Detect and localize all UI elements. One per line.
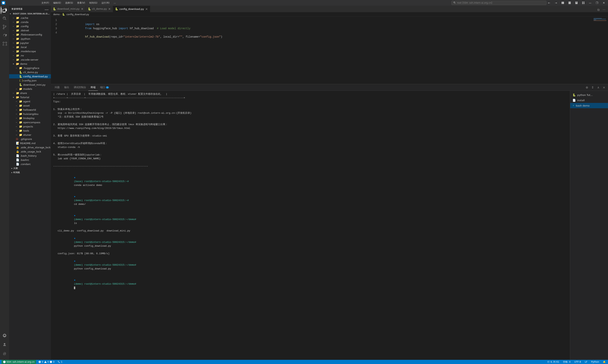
tab-download-mini[interactable]: 🐍 download_mini.py ×	[51, 6, 86, 12]
layout-1-btn[interactable]	[560, 1, 566, 5]
sidebar-item-dotnet[interactable]: ›📁.dotnet	[9, 28, 51, 32]
panel-tab-terminal[interactable]: 终端	[88, 84, 98, 91]
menu-run[interactable]: 运行(R)	[100, 1, 111, 5]
sidebar-item-config[interactable]: ›📁.config	[9, 24, 51, 28]
ssh-status[interactable]: SSH: ssh.intern-ai.org.cn	[1, 360, 36, 364]
sidebar-item-models[interactable]: ›📁models	[9, 87, 51, 91]
menu-view[interactable]: 查看(V)	[75, 1, 87, 5]
sidebar-item-xtuner[interactable]: ›📁xtuner	[9, 133, 51, 137]
sidebar-item-agent[interactable]: ›📁agent	[9, 99, 51, 104]
run-debug-icon[interactable]	[1, 32, 8, 39]
explorer-icon[interactable]	[1, 6, 8, 14]
new-terminal-btn[interactable]: ⊕	[584, 85, 589, 90]
tab-cli-demo[interactable]: 🐍 cli_demo.py ×	[86, 6, 113, 12]
terminal-instance-install[interactable]: 📄 install	[570, 98, 608, 103]
maximize-panel-btn[interactable]: ∧	[596, 85, 601, 90]
terminal-instance-bash-demo[interactable]: ⚡ bash demo	[570, 103, 608, 108]
sidebar-root[interactable]: ▾ ROOT [SSH: SSH.INTERN-AI.ORG...	[9, 12, 51, 16]
spaces-status[interactable]: 空格: 4	[562, 360, 571, 364]
sidebar-item-projects[interactable]: ›📁projects	[9, 124, 51, 129]
split-terminal-btn[interactable]: ⇕	[590, 85, 595, 90]
notifications-status[interactable]: 🔔	[602, 360, 607, 364]
sidebar-item-condarc[interactable]: 📄.condarc	[9, 162, 51, 166]
tab-close-config-download[interactable]: ×	[145, 7, 148, 11]
sidebar-item-local[interactable]: ›📁.local	[9, 45, 51, 49]
nav-back-btn[interactable]: ←	[546, 1, 552, 5]
sidebar-item-opencompass[interactable]: ›📁opencompass	[9, 120, 51, 124]
titlebar-search[interactable]: root [SSH: ssh.intern-ai.org.cn]	[451, 1, 546, 5]
settings-activity-icon[interactable]	[1, 350, 8, 358]
sidebar-item-huggingface[interactable]: ›📁.huggingface	[9, 66, 51, 70]
sidebar-item-lmdeploy[interactable]: ›📁lmdeploy	[9, 116, 51, 120]
sidebar-item-asset[interactable]: ›📁asset	[9, 104, 51, 108]
sidebar-item-conda[interactable]: ›📁.conda	[9, 20, 51, 24]
sidebar-outline-section[interactable]: ▸ 大纲	[9, 166, 51, 170]
sidebar-item-cli-demo[interactable]: 🐍cli_demo.py	[9, 70, 51, 74]
sidebar-item-bashrc[interactable]: 📄.bashrc	[9, 158, 51, 162]
errors-status[interactable]: 0 0 0	[38, 360, 55, 364]
branch-status[interactable]: 1	[57, 360, 63, 364]
sidebar-item-jupyter[interactable]: ›📁jupyter	[9, 41, 51, 45]
nav-forward-btn[interactable]: →	[553, 1, 559, 5]
close-btn[interactable]: ✕	[601, 1, 607, 5]
sidebar-item-share[interactable]: ›📁share⤴	[9, 91, 51, 95]
sidebar-item-config-json[interactable]: { }config.json	[9, 78, 51, 83]
sidebar-item-bash-history[interactable]: 📄.bash_history	[9, 154, 51, 158]
extensions-activity-icon[interactable]	[1, 40, 8, 48]
sidebar-item-helloworld[interactable]: ›📁helloworld	[9, 108, 51, 112]
line-ending-status[interactable]: LF	[584, 360, 588, 364]
accounts-activity-icon[interactable]	[1, 341, 8, 349]
sidebar-item-config-download[interactable]: 🐍config_download.py	[9, 74, 51, 78]
panel-tab-ports[interactable]: 端口 1	[98, 84, 111, 91]
menu-file[interactable]: 文件(F)	[40, 1, 51, 5]
menu-goto[interactable]: 转到(G)	[87, 1, 99, 5]
code-editor[interactable]: 1 2 3 4 import os from huggingface_hub i…	[51, 16, 608, 84]
menu-edit[interactable]: 编辑(E)	[51, 1, 63, 5]
code-content[interactable]: import os from huggingface_hub import hf…	[60, 16, 593, 84]
sidebar-item-gitignore[interactable]: ⊡.gitignore	[9, 137, 51, 141]
panel-tab-output[interactable]: 输出	[62, 84, 71, 91]
sidebar-timeline-section[interactable]: ▸ 时间线	[9, 170, 51, 174]
sidebar-item-cache[interactable]: ›📁.cache	[9, 16, 51, 20]
menu-more[interactable]: ...	[112, 1, 118, 5]
sidebar-item-readme[interactable]: 📝README.md	[9, 141, 51, 145]
cursor-position[interactable]: 行 4, 列 61	[547, 360, 560, 364]
search-activity-icon[interactable]	[1, 15, 8, 22]
sidebar-item-download-mini[interactable]: 🐍download_mini.py	[9, 83, 51, 87]
minimize-btn[interactable]: —	[587, 1, 593, 5]
sidebar-item-modelscope[interactable]: ›📁.modelscope	[9, 49, 51, 53]
layout-3-btn[interactable]	[574, 1, 579, 5]
sidebar-more-icon[interactable]: ...	[45, 7, 49, 11]
sidebar-item-vscode-server[interactable]: ›📁.vscode-server	[9, 58, 51, 62]
tab-close-download-mini[interactable]: ×	[81, 7, 84, 11]
sidebar-item-nv[interactable]: ›📁.nv	[9, 53, 51, 58]
source-control-activity-icon[interactable]	[1, 23, 8, 31]
sidebar-item-demo[interactable]: ▾📂demo	[9, 62, 51, 66]
close-panel-btn[interactable]: ×	[602, 85, 607, 90]
tab-close-cli-demo[interactable]: ×	[108, 7, 111, 11]
panel-tab-debug[interactable]: 调试控制台	[71, 84, 88, 91]
sidebar-item-ipython[interactable]: ›📁.ipython	[9, 37, 51, 41]
layout-4-btn[interactable]	[581, 1, 586, 5]
breadcrumb-demo[interactable]: demo	[53, 13, 60, 16]
language-status[interactable]: Python	[590, 360, 600, 364]
more-actions-btn[interactable]: ···	[602, 7, 607, 12]
sidebar-item-tutorial[interactable]: ▾📂Tutorial	[9, 95, 51, 99]
terminal-instance-python[interactable]: 🐍 python Tut...	[570, 92, 608, 98]
sidebar-item-aide-usage[interactable]: 🔒.aide_usage_lock	[9, 149, 51, 154]
remote-explorer-activity-icon[interactable]	[1, 332, 8, 339]
breadcrumb-file[interactable]: 🐍 config_download.py	[62, 13, 89, 16]
split-editor-btn[interactable]: ⧉	[596, 7, 601, 12]
encoding-status[interactable]: UTF-8	[574, 360, 582, 364]
sidebar-item-filebrowserconfig[interactable]: ›📁.filebrowserconfig	[9, 32, 51, 37]
sidebar-item-tools[interactable]: ›📁tools	[9, 129, 51, 133]
sidebar-item-huixiangdou[interactable]: ›📁huixiangdou	[9, 112, 51, 116]
terminal-main[interactable]: | /share | 共享目录 | 常用微调数据集、模型仓库、教程、xtuner…	[51, 91, 570, 360]
term-cmd-3: ● (demo) root@intern-studio-50024315:~/d…	[53, 210, 568, 229]
tab-config-download[interactable]: 🐍 config_download.py ×	[113, 6, 150, 12]
layout-2-btn[interactable]	[567, 1, 572, 5]
menu-select[interactable]: 选择(S)	[63, 1, 75, 5]
maximize-btn[interactable]: ❐	[594, 1, 600, 5]
sidebar-item-aide-storage[interactable]: 🔒.aide_drive_storage_lock	[9, 145, 51, 149]
panel-tab-problems[interactable]: 问题	[53, 84, 62, 91]
